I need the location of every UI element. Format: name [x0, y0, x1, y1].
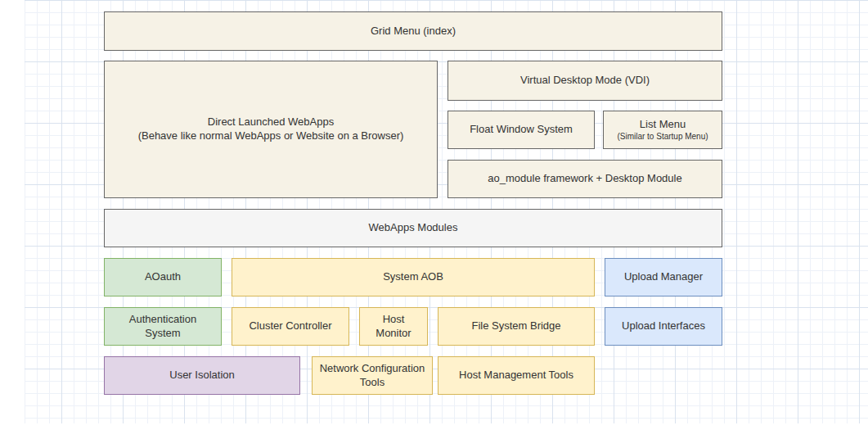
node-system-aob: System AOB [232, 258, 595, 296]
node-upload-manager-label: Upload Manager [624, 270, 703, 284]
page-bottom-margin [0, 423, 868, 430]
node-user-isolation-label: User Isolation [169, 369, 234, 382]
node-direct-launched-webapps-line1: Direct Launched WebApps [208, 115, 334, 129]
node-ao-module-framework-label: ao_module framework + Desktop Module [488, 172, 681, 186]
node-grid-menu: Grid Menu (index) [104, 11, 722, 51]
node-webapps-modules-label: WebApps Modules [369, 221, 458, 235]
node-virtual-desktop-mode: Virtual Desktop Mode (VDI) [447, 61, 722, 101]
node-upload-interfaces: Upload Interfaces [605, 307, 722, 346]
diagram-canvas: Grid Menu (index) Direct Launched WebApp… [0, 0, 868, 430]
node-host-monitor-label: Host Monitor [367, 313, 421, 341]
node-float-window-system: Float Window System [447, 111, 595, 149]
node-list-menu: List Menu (Similar to Startup Menu) [603, 111, 722, 149]
node-host-monitor: Host Monitor [359, 307, 428, 346]
page-left-margin [0, 0, 25, 430]
node-cluster-controller: Cluster Controller [232, 307, 349, 346]
node-direct-launched-webapps-line2: (Behave like normal WebApps or Website o… [138, 129, 404, 143]
node-system-aob-label: System AOB [383, 270, 443, 284]
node-webapps-modules: WebApps Modules [104, 209, 722, 247]
node-direct-launched-webapps: Direct Launched WebApps (Behave like nor… [104, 61, 438, 198]
node-host-management-tools: Host Management Tools [438, 356, 595, 395]
node-network-configuration-tools: Network Configuration Tools [312, 356, 433, 395]
node-grid-menu-label: Grid Menu (index) [371, 25, 456, 38]
node-aoauth-label: AOauth [145, 270, 181, 284]
node-file-system-bridge: File System Bridge [438, 307, 595, 346]
node-cluster-controller-label: Cluster Controller [249, 319, 331, 333]
node-virtual-desktop-mode-label: Virtual Desktop Mode (VDI) [520, 74, 650, 88]
node-host-management-tools-label: Host Management Tools [459, 369, 573, 382]
node-aoauth: AOauth [104, 258, 222, 296]
node-ao-module-framework: ao_module framework + Desktop Module [447, 160, 722, 198]
node-authentication-system-label: Authentication System [111, 313, 214, 341]
node-network-configuration-tools-label: Network Configuration Tools [319, 362, 425, 390]
node-upload-manager: Upload Manager [605, 258, 722, 296]
node-authentication-system: Authentication System [104, 307, 222, 346]
node-float-window-system-label: Float Window System [470, 123, 573, 137]
node-list-menu-subtitle: (Similar to Startup Menu) [617, 132, 708, 142]
node-user-isolation: User Isolation [104, 356, 300, 395]
node-list-menu-title: List Menu [640, 118, 686, 132]
node-upload-interfaces-label: Upload Interfaces [622, 319, 705, 333]
node-file-system-bridge-label: File System Bridge [471, 319, 560, 333]
